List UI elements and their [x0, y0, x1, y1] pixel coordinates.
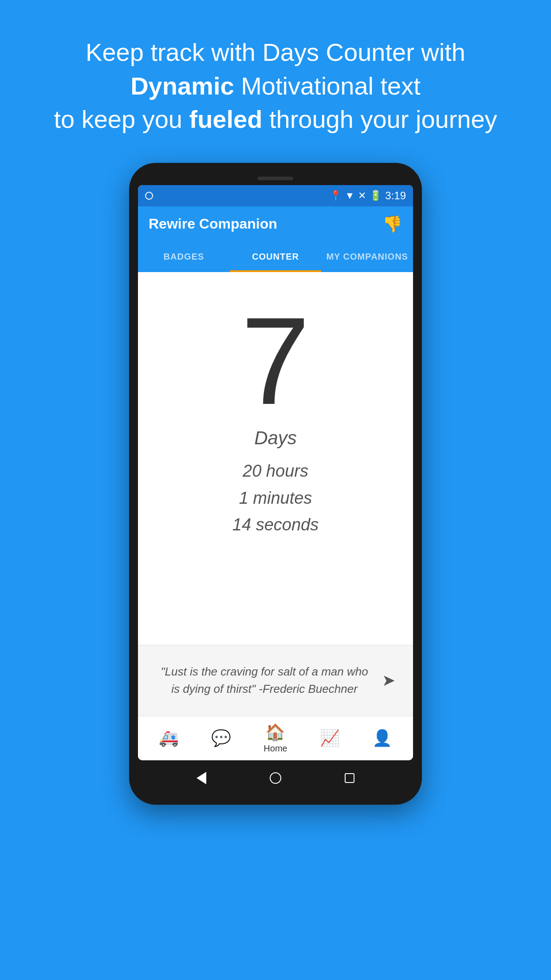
status-right: 📍 ▼ ✕ 🔋 3:19: [330, 190, 406, 202]
phone-screen: 📍 ▼ ✕ 🔋 3:19 Rewire Companion 👎 BADGES C…: [138, 185, 413, 760]
hero-line4: through your journey: [269, 105, 497, 133]
counter-days-label: Days: [254, 427, 297, 449]
nav-profile[interactable]: 👤: [372, 729, 392, 747]
tab-counter[interactable]: COUNTER: [230, 242, 322, 272]
quote-area: "Lust is the craving for salt of a man w…: [138, 645, 413, 716]
counter-time: 20 hours 1 minutes 14 seconds: [232, 458, 319, 538]
counter-seconds: 14 seconds: [232, 511, 319, 538]
hero-section: Keep track with Days Counter with Dynami…: [0, 0, 551, 163]
signal-icon: ✕: [358, 190, 366, 202]
hero-line3: to keep you: [54, 105, 189, 133]
hero-line2: Motivational text: [241, 72, 421, 100]
hero-bold2: fueled: [189, 105, 262, 133]
bottom-nav: 🚑 💬 🏠 Home 📈 👤: [138, 716, 413, 760]
emergency-icon: 🚑: [159, 729, 179, 747]
status-time: 3:19: [385, 190, 406, 202]
home-icon: 🏠: [265, 723, 285, 742]
phone-bottom-bar: [138, 760, 413, 796]
back-button[interactable]: [197, 772, 206, 784]
tab-badges[interactable]: BADGES: [138, 242, 230, 272]
phone-top: [138, 172, 413, 185]
home-hardware-button[interactable]: [270, 772, 281, 784]
app-bar: Rewire Companion 👎: [138, 206, 413, 242]
location-icon: 📍: [330, 190, 342, 202]
nav-emergency[interactable]: 🚑: [159, 729, 179, 747]
content-area: 7 Days 20 hours 1 minutes 14 seconds: [138, 272, 413, 645]
status-bar: 📍 ▼ ✕ 🔋 3:19: [138, 185, 413, 206]
chat-icon: 💬: [211, 729, 231, 747]
quote-text: "Lust is the craving for salt of a man w…: [156, 663, 373, 698]
wifi-icon: ▼: [345, 190, 355, 202]
tab-my-companions[interactable]: MY COMPANIONS: [321, 242, 413, 272]
phone-speaker: [258, 177, 293, 180]
share-icon[interactable]: ➤: [382, 671, 395, 690]
counter-number: 7: [241, 299, 310, 423]
counter-hours: 20 hours: [232, 458, 319, 485]
nav-home[interactable]: 🏠 Home: [264, 723, 287, 754]
counter-minutes: 1 minutes: [232, 485, 319, 512]
recents-button[interactable]: [345, 773, 354, 783]
stats-icon: 📈: [320, 729, 340, 747]
nav-chat[interactable]: 💬: [211, 729, 231, 747]
battery-icon: 🔋: [370, 190, 382, 202]
hero-bold1: Dynamic: [130, 72, 234, 100]
home-label: Home: [264, 743, 287, 754]
status-left: [145, 192, 153, 200]
status-circle-icon: [145, 192, 153, 200]
phone-mockup: 📍 ▼ ✕ 🔋 3:19 Rewire Companion 👎 BADGES C…: [129, 163, 422, 805]
tab-bar: BADGES COUNTER MY COMPANIONS: [138, 242, 413, 272]
hero-line1: Keep track with Days Counter with: [86, 38, 465, 66]
thumbs-down-icon[interactable]: 👎: [382, 215, 402, 233]
nav-stats[interactable]: 📈: [320, 729, 340, 747]
profile-icon: 👤: [372, 729, 392, 747]
app-title: Rewire Companion: [149, 216, 277, 232]
